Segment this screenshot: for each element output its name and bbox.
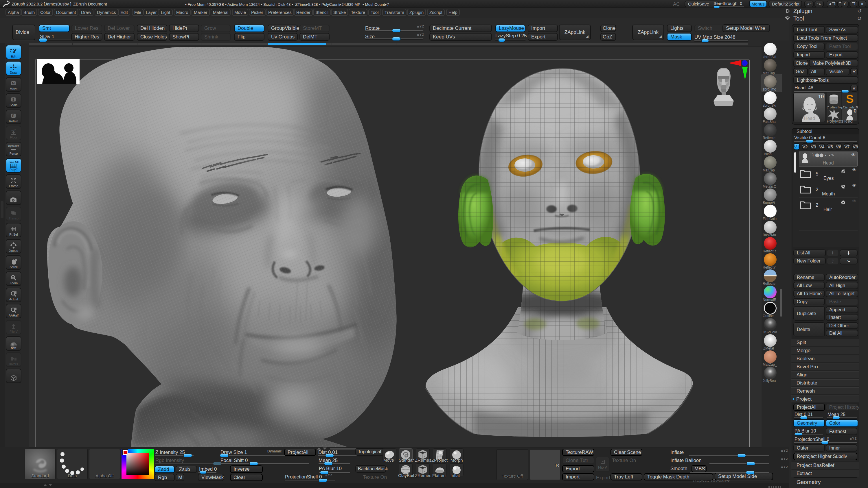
svg-text:BPR: BPR <box>11 347 17 350</box>
svg-text:R: R <box>12 114 14 118</box>
svg-text:S: S <box>846 93 854 105</box>
svg-text:⧈YZ: ⧈YZ <box>11 129 16 132</box>
svg-text:S: S <box>12 98 14 101</box>
svg-text:M: M <box>12 82 14 85</box>
